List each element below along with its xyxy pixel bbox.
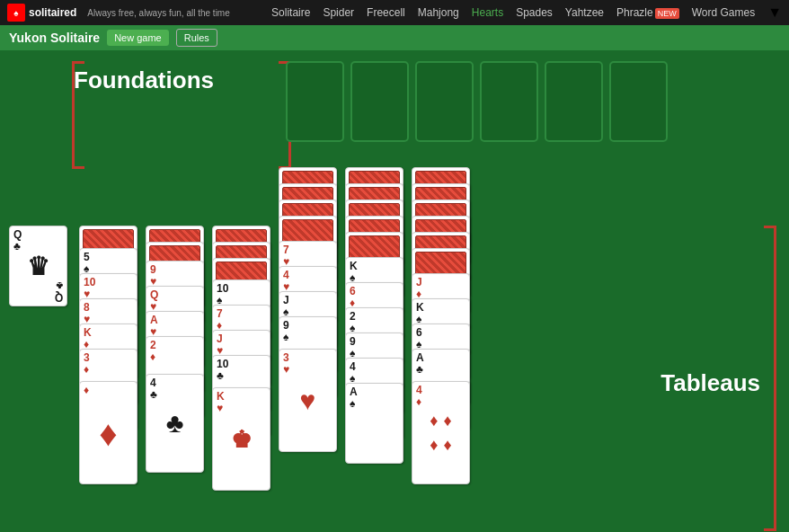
foundations-label: Foundations (74, 66, 214, 94)
nav-phrazle[interactable]: PhrazleNEW (616, 6, 679, 19)
card-4-clubs[interactable]: 4♣ ♣ (146, 374, 204, 473)
card-face-center: ♛ (27, 252, 49, 281)
nav-yahtzee[interactable]: Yahtzee (565, 6, 604, 19)
nav-solitaire[interactable]: Solitaire (271, 6, 310, 19)
diamonds-grid: ♦♦♦♦ (430, 412, 451, 455)
foundation-slot-2[interactable] (350, 61, 409, 142)
card-rank-suit-tl: Q♣ (13, 229, 22, 253)
game-title: Yukon Solitaire (9, 31, 100, 45)
tagline: Always free, always fun, all the time (87, 8, 261, 18)
foundation-slot-5[interactable] (545, 61, 603, 142)
main-nav: Solitaire Spider Freecell Mahjong Hearts… (271, 4, 782, 21)
diamond-center: ♦ (99, 412, 117, 453)
card-diamond-large[interactable]: ♦ ♦ (79, 381, 137, 484)
top-nav-bar: ♠ solitaired Always free, always fun, al… (0, 0, 789, 25)
king-center: ♚ (231, 425, 252, 453)
card-K-hearts[interactable]: K♥ ♚ (212, 387, 270, 491)
foundation-slot-4[interactable] (480, 61, 538, 142)
hearts-center: ♥ (300, 386, 316, 416)
nav-hearts[interactable]: Hearts (472, 6, 503, 19)
rules-button[interactable]: Rules (176, 29, 217, 47)
nav-spades[interactable]: Spades (516, 6, 553, 19)
clubs-center: ♣ (166, 408, 184, 439)
logo-text: solitaired (29, 6, 76, 19)
foundation-slot-3[interactable] (415, 61, 474, 142)
nav-word-games[interactable]: Word Games (692, 6, 755, 19)
card-3-hearts[interactable]: 3♥ ♥ (279, 349, 337, 452)
logo-icon: ♠ (7, 4, 25, 22)
logo[interactable]: ♠ solitaired (7, 4, 76, 22)
foundations-bracket-left (72, 61, 84, 169)
subheader: Yukon Solitaire New game Rules (0, 25, 789, 50)
foundation-slot-1[interactable] (286, 61, 344, 142)
tableaus-bracket-right (764, 226, 776, 531)
card-queen-clubs[interactable]: Q♣ ♛ Q♣ (9, 226, 67, 306)
word-games-dropdown-icon: ▼ (767, 4, 782, 21)
nav-mahjong[interactable]: Mahjong (418, 6, 459, 19)
new-game-button[interactable]: New game (107, 30, 169, 46)
card-rank-suit-br: Q♣ (55, 279, 63, 303)
card-4-diamonds[interactable]: 4♦ ♦♦♦♦ (412, 381, 470, 484)
nav-spider[interactable]: Spider (323, 6, 354, 19)
foundation-slot-6[interactable] (609, 61, 668, 142)
tableaus-label: Tableaus (660, 369, 760, 397)
nav-freecell[interactable]: Freecell (367, 6, 405, 19)
card-A-spades[interactable]: A♠ (345, 383, 403, 464)
new-badge: NEW (655, 8, 679, 19)
game-area: Foundations Tableaus Q♣ ♛ Q♣ 5♠ 10♥ 8♥ K… (0, 50, 789, 532)
